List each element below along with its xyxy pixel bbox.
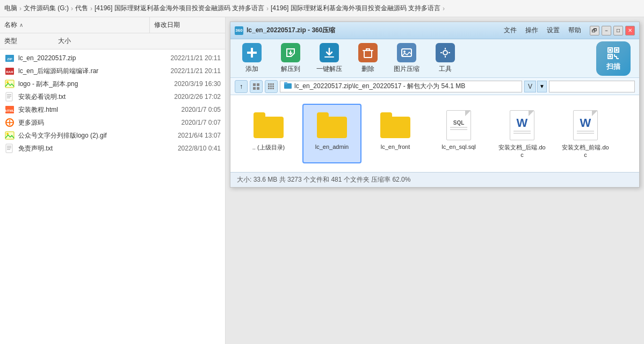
add-button[interactable]: 添加 <box>239 43 265 74</box>
col-name-header[interactable]: 名称 ∧ <box>0 17 150 33</box>
svg-rect-6 <box>6 92 12 101</box>
left-file-item[interactable]: logo - 副本_副本.png2020/3/19 16:30 <box>0 77 225 90</box>
left-file-date: 2020/1/7 0:07 <box>146 119 221 126</box>
left-file-icon: RAR <box>4 66 15 76</box>
zip-item-name: lc_en_admin <box>315 144 349 150</box>
addr-grid1-btn[interactable] <box>250 80 263 93</box>
delete-button[interactable]: 删除 <box>355 43 381 74</box>
svg-rect-56 <box>272 85 274 87</box>
svg-rect-48 <box>257 83 259 86</box>
zip-status-bar: 大小: 33.6 MB 共 3273 个文件和 481 个文件夹 压缩率 62.… <box>230 172 639 187</box>
menu-file[interactable]: 文件 <box>504 26 517 35</box>
menu-operate[interactable]: 操作 <box>525 26 538 35</box>
add-icon <box>242 43 262 62</box>
restore-btn[interactable]: 🗗 <box>590 26 599 35</box>
left-file-name: lc_en_20220517.zip <box>18 54 146 62</box>
left-file-date: 2020/3/19 16:30 <box>146 80 221 88</box>
addr-up-btn[interactable]: ↑ <box>235 80 248 93</box>
tools-icon <box>436 43 455 62</box>
svg-rect-53 <box>272 83 274 85</box>
tools-button[interactable]: 工具 <box>432 43 458 74</box>
left-file-item[interactable]: 免责声明.txt2022/8/10 0:41 <box>0 142 225 155</box>
oneclick-label: 一键解压 <box>316 64 342 74</box>
imgcompress-button[interactable]: 图片压缩 <box>394 43 419 74</box>
svg-rect-51 <box>268 83 270 85</box>
breadcrumb-item-folder[interactable]: 代售 <box>75 4 88 13</box>
tools-label: 工具 <box>439 64 452 74</box>
minimize-btn[interactable]: － <box>602 26 611 35</box>
svg-rect-42 <box>609 55 611 58</box>
zip-path-icon <box>284 81 292 91</box>
status-text: 大小: 33.6 MB 共 3273 个文件和 481 个文件夹 压缩率 62.… <box>237 175 410 184</box>
breadcrumb-item-drive[interactable]: 文件源码集 (G:) <box>24 4 69 13</box>
zip-file-item[interactable]: W 安装文档_后端.doc <box>493 104 552 163</box>
zip-title-icon: 360 <box>235 26 243 35</box>
zip-item-name: .. (上级目录) <box>252 144 285 152</box>
extract-button[interactable]: 解压到 <box>278 43 303 74</box>
maximize-btn[interactable]: □ <box>613 26 623 35</box>
svg-rect-57 <box>268 88 270 89</box>
delete-label: 删除 <box>361 64 374 74</box>
left-file-icon: HTML <box>4 104 15 115</box>
svg-text:HTML: HTML <box>5 109 15 112</box>
breadcrumb-item-project[interactable]: [4196] 国际理财返利基金海外项目投资金融源码 支持多语言 <box>95 4 264 13</box>
svg-rect-54 <box>268 85 270 87</box>
zip-item-icon: W <box>506 109 538 141</box>
zip-file-item[interactable]: W 安装文档_前端.doc <box>556 104 615 163</box>
zip-item-name: lc_en_sql.sql <box>442 144 476 150</box>
left-file-icon <box>4 117 15 128</box>
zip-file-content: .. (上级目录) lc_en_admin lc_en_front SQL lc… <box>230 95 639 172</box>
oneclick-button[interactable]: 一键解压 <box>316 43 342 74</box>
svg-rect-25 <box>364 51 372 58</box>
col-size-header[interactable]: 大小 <box>54 33 97 49</box>
left-file-item[interactable]: ZIPlc_en_20220517.zip2022/11/21 20:11 <box>0 52 225 64</box>
zip-file-item[interactable]: lc_en_admin <box>302 104 361 163</box>
svg-point-32 <box>443 51 447 55</box>
sort-label[interactable]: V <box>524 81 536 92</box>
left-file-item[interactable]: RARlc_en_后端源码前端编译.rar2022/11/21 20:11 <box>0 64 225 77</box>
breadcrumb-sep-1: › <box>19 5 21 12</box>
svg-rect-55 <box>270 85 272 87</box>
breadcrumb-item-project2[interactable]: [4196] 国际理财返利基金海外项目投资金融源码 支持多语言 <box>271 4 440 13</box>
search-input[interactable] <box>552 83 632 90</box>
svg-rect-40 <box>609 49 611 51</box>
zip-file-item[interactable]: .. (上级目录) <box>239 104 298 163</box>
close-btn[interactable]: ✕ <box>625 26 635 35</box>
left-file-item[interactable]: 安装必看说明.txt2020/2/26 17:02 <box>0 90 225 103</box>
left-file-icon <box>4 130 15 141</box>
sort-arrow[interactable]: ▼ <box>537 81 547 92</box>
zip-item-icon: SQL <box>443 109 475 141</box>
svg-rect-49 <box>253 87 256 90</box>
zip-item-icon <box>252 109 285 141</box>
zip-file-item[interactable]: lc_en_front <box>366 104 425 163</box>
zip-path[interactable]: lc_en_20220517.zip\lc_en_20220517 - 解包大小… <box>280 81 522 92</box>
breadcrumb-item-computer[interactable]: 电脑 <box>4 4 17 13</box>
svg-rect-22 <box>247 52 257 54</box>
oneclick-icon <box>320 43 339 62</box>
zip-item-icon: W <box>569 109 602 141</box>
zip-title-bar: 360 lc_en_20220517.zip - 360压缩 文件 操作 设置 … <box>230 22 639 39</box>
left-file-item[interactable]: 更多源码2020/1/7 0:07 <box>0 116 225 129</box>
menu-settings[interactable]: 设置 <box>547 26 560 35</box>
svg-rect-47 <box>253 83 256 86</box>
zip-item-icon <box>316 109 348 141</box>
zip-file-item[interactable]: SQL lc_en_sql.sql <box>429 104 488 163</box>
menu-help[interactable]: 帮助 <box>568 26 581 35</box>
addr-grid2-btn[interactable] <box>265 80 278 93</box>
left-file-icon: ZIP <box>4 53 15 63</box>
breadcrumb-sep-3: › <box>90 5 92 12</box>
zip-address-bar: ↑ lc_en_20220517.zip\lc_en_20220517 - 解包… <box>230 78 639 95</box>
left-file-item[interactable]: HTML安装教程.html2020/1/7 0:05 <box>0 103 225 116</box>
scan-button[interactable]: 扫描 <box>596 41 631 76</box>
left-file-date: 2022/8/10 0:41 <box>146 145 221 152</box>
col-date-header[interactable]: 修改日期 <box>150 17 225 33</box>
svg-rect-61 <box>284 82 287 84</box>
svg-rect-17 <box>6 144 12 153</box>
zip-item-icon <box>379 109 411 141</box>
svg-rect-52 <box>270 83 272 85</box>
left-file-item[interactable]: 公众号文字分列排版logo (2).gif2021/6/4 13:07 <box>0 129 225 142</box>
zip-item-name: 安装文档_后端.doc <box>498 144 546 158</box>
svg-point-31 <box>403 51 406 53</box>
col-type-header[interactable]: 类型 <box>0 33 54 49</box>
left-file-name: 公众号文字分列排版logo (2).gif <box>18 131 146 140</box>
